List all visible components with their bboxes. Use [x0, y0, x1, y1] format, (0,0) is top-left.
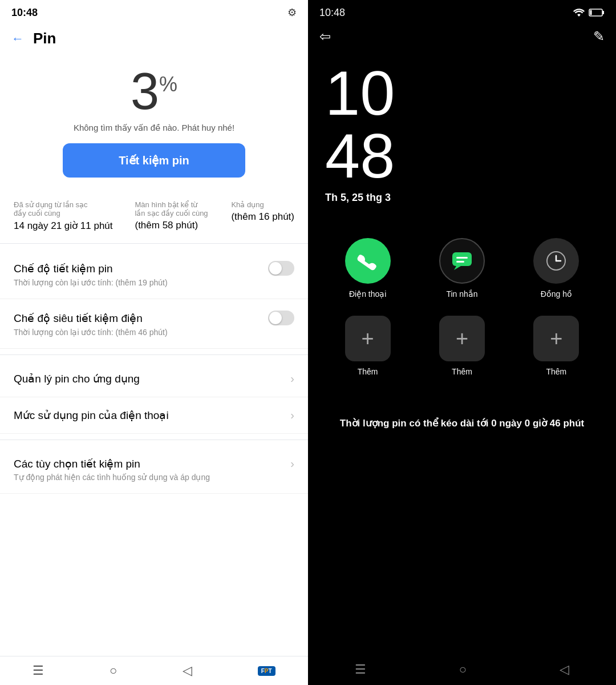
- right-top-icons: ⇦ ✎: [308, 25, 616, 45]
- shortcut-add-1[interactable]: + Thêm: [345, 316, 391, 376]
- shortcut-phone[interactable]: Điện thoại: [345, 238, 391, 299]
- menu5-title: Các tùy chọn tiết kiệm pin: [14, 457, 140, 470]
- nav-home-icon[interactable]: ○: [110, 663, 117, 678]
- messages-icon: [439, 238, 485, 284]
- svg-rect-3: [452, 252, 472, 266]
- phone-icon: [345, 238, 391, 284]
- stat2-label: Màn hình bật kể từ lần sạc đầy cuối cùng: [135, 200, 209, 217]
- menu3-title: Quản lý pin cho ứng dụng: [14, 372, 140, 385]
- svg-rect-5: [456, 257, 468, 259]
- divider-3: [0, 440, 308, 440]
- stat3-value: (thêm 16 phút): [231, 211, 294, 223]
- add3-label: Thêm: [546, 367, 566, 376]
- add2-label: Thêm: [452, 367, 472, 376]
- stat1-value: 14 ngày 21 giờ 11 phút: [14, 220, 113, 232]
- chevron-right-icon-3: ›: [290, 457, 294, 470]
- stat2-value: (thêm 58 phút): [135, 220, 209, 231]
- clock-date: Th 5, 25 thg 3: [325, 192, 599, 204]
- add-icon-1: +: [345, 316, 391, 361]
- stat1-label: Đã sử dụng từ lần sạc đầy cuối cùng: [14, 200, 88, 217]
- menu4-title: Mức sử dụng pin của điện thoại: [14, 409, 169, 422]
- back-button[interactable]: ←: [11, 31, 24, 46]
- shortcuts-grid: Điện thoại Tin nhắn: [308, 221, 616, 393]
- svg-rect-6: [456, 261, 464, 263]
- battery-message: Không tìm thấy vấn đề nào. Phát huy nhé!: [74, 123, 234, 133]
- bottom-nav-left: ☰ ○ ◁ FPT: [0, 656, 308, 685]
- menu-item-super-save[interactable]: Chế độ siêu tiết kiệm điện Thời lượng cò…: [0, 299, 308, 349]
- left-panel: 10:48 ⚙ ← Pin 3% Không tìm thấy vấn đề n…: [0, 0, 308, 685]
- add-icon-3: +: [533, 316, 579, 361]
- nav-back-icon-right[interactable]: ◁: [560, 662, 569, 677]
- menu-item-options[interactable]: Các tùy chọn tiết kiệm pin › Tự động phá…: [0, 446, 308, 494]
- menu-item-battery-save[interactable]: Chế độ tiết kiệm pin Thời lượng còn lại …: [0, 249, 308, 299]
- battery-icon-right: [589, 8, 605, 17]
- battery-symbol: %: [159, 72, 177, 96]
- nav-menu-icon-right[interactable]: ☰: [355, 662, 366, 677]
- chevron-right-icon-2: ›: [290, 409, 294, 422]
- menu2-sub: Thời lượng còn lại ước tính: (thêm 46 ph…: [14, 328, 294, 337]
- menu-item-manage-apps[interactable]: Quản lý pin cho ứng dụng ›: [0, 361, 308, 397]
- add1-label: Thêm: [358, 367, 378, 376]
- clock-min: 48: [325, 124, 599, 187]
- svg-rect-2: [590, 10, 592, 15]
- menu1-title: Chế độ tiết kiệm pin: [14, 262, 113, 275]
- menu5-sub: Tự động phát hiện các tình huống sử dụng…: [14, 473, 294, 482]
- nav-menu-icon[interactable]: ☰: [33, 663, 44, 678]
- right-panel: 10:48 ⇦ ✎ 10 48 Th 5, 25 thg 3: [308, 0, 616, 685]
- shortcut-clock-label: Đồng hồ: [541, 289, 572, 299]
- shortcuts-row-2: + Thêm + Thêm + Thêm: [325, 316, 599, 376]
- shortcuts-row-1: Điện thoại Tin nhắn: [325, 238, 599, 299]
- menu1-sub: Thời lượng còn lại ước tính: (thêm 19 ph…: [14, 278, 294, 287]
- header-bar: ← Pin: [0, 25, 308, 54]
- stat-col-2: Màn hình bật kể từ lần sạc đầy cuối cùng…: [135, 200, 209, 232]
- battery-info-right: Thời lượng pin có thể kéo dài tới 0 ngày…: [308, 410, 616, 437]
- nav-home-icon-right[interactable]: ○: [459, 662, 467, 677]
- clock-section: 10 48 Th 5, 25 thg 3: [308, 45, 616, 209]
- wifi-icon: [573, 8, 585, 17]
- stat-col-1: Đã sử dụng từ lần sạc đầy cuối cùng 14 n…: [14, 200, 113, 232]
- clock-icon: [533, 238, 579, 284]
- shortcut-phone-label: Điện thoại: [349, 289, 386, 299]
- shortcut-messages-label: Tin nhắn: [446, 289, 477, 299]
- status-icons-right: [573, 8, 605, 17]
- clock-hour: 10: [325, 62, 599, 124]
- stat3-label: Khả dụng: [231, 200, 294, 209]
- status-bar-right: 10:48: [308, 0, 616, 25]
- svg-marker-4: [454, 266, 461, 270]
- nav-back-icon[interactable]: ◁: [183, 663, 192, 678]
- shortcut-add-3[interactable]: + Thêm: [533, 316, 579, 376]
- status-time-left: 10:48: [11, 7, 38, 19]
- back-icon-right[interactable]: ⇦: [319, 29, 331, 45]
- toggle-battery-save[interactable]: [268, 261, 294, 276]
- divider-1: [0, 243, 308, 244]
- shortcut-messages[interactable]: Tin nhắn: [439, 238, 485, 299]
- page-title: Pin: [33, 30, 56, 47]
- edit-icon-right[interactable]: ✎: [593, 29, 605, 45]
- shortcut-add-2[interactable]: + Thêm: [439, 316, 485, 376]
- stat-col-3: Khả dụng (thêm 16 phút): [231, 200, 294, 232]
- bottom-nav-right: ☰ ○ ◁: [308, 654, 616, 685]
- chevron-right-icon: ›: [290, 372, 294, 385]
- fpt-logo: FPT: [258, 666, 275, 676]
- battery-number: 3: [131, 63, 159, 120]
- menu2-title: Chế độ siêu tiết kiệm điện: [14, 312, 143, 325]
- shortcut-clock[interactable]: Đồng hồ: [533, 238, 579, 299]
- menu-item-usage[interactable]: Mức sử dụng pin của điện thoại ›: [0, 397, 308, 434]
- battery-percent: 3%: [131, 66, 177, 117]
- gear-icon: ⚙: [287, 6, 297, 19]
- toggle-super-save[interactable]: [268, 311, 294, 325]
- svg-rect-1: [602, 11, 604, 14]
- save-battery-button[interactable]: Tiết kiệm pin: [63, 143, 245, 178]
- status-bar-left: 10:48 ⚙: [0, 0, 308, 25]
- add-icon-2: +: [439, 316, 485, 361]
- battery-section: 3% Không tìm thấy vấn đề nào. Phát huy n…: [0, 54, 308, 183]
- stats-row: Đã sử dụng từ lần sạc đầy cuối cùng 14 n…: [0, 189, 308, 237]
- status-time-right: 10:48: [319, 7, 345, 19]
- divider-2: [0, 354, 308, 355]
